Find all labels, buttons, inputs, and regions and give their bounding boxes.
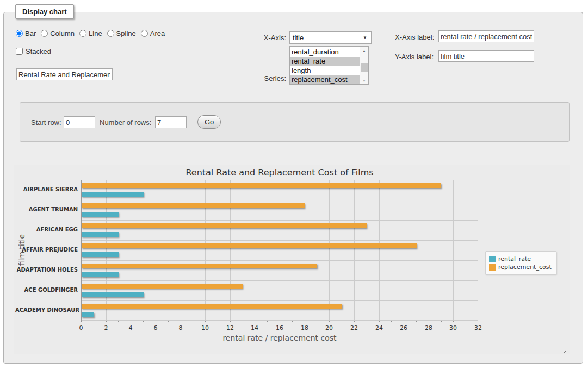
- x-tick-label-26: 26: [400, 324, 407, 331]
- bar-rental_rate-3[interactable]: [82, 252, 119, 257]
- x-axis-tick: [255, 321, 255, 322]
- scrollbar-up-arrow-icon[interactable]: ▲: [360, 47, 368, 54]
- x-axis-tick: [205, 321, 206, 322]
- legend-item-rental_rate[interactable]: rental_rate: [489, 255, 552, 262]
- chart-type-radio-column[interactable]: [41, 30, 48, 37]
- category-label-2: AFRICAN EGG: [15, 227, 78, 233]
- chart-type-radio-area[interactable]: [141, 30, 148, 37]
- chart-type-radio-bar[interactable]: [16, 30, 23, 37]
- bar-rental_rate-1[interactable]: [82, 212, 119, 217]
- bar-replacement_cost-1[interactable]: [82, 203, 305, 208]
- scrollbar-down-arrow-icon[interactable]: ▼: [360, 77, 368, 84]
- x-axis-selected-value: title: [293, 34, 304, 42]
- category-label-6: ACADEMY DINOSAUR: [15, 307, 78, 313]
- bar-replacement_cost-5[interactable]: [82, 284, 243, 289]
- chart-legend: rental_ratereplacement_cost: [485, 251, 556, 275]
- x-tick-label-24: 24: [375, 324, 383, 331]
- y-axis-label-input[interactable]: [438, 50, 534, 62]
- legend-swatch-rental_rate: [489, 256, 496, 262]
- resize-handle-icon[interactable]: [562, 346, 568, 353]
- gridline-v: [478, 180, 478, 321]
- bar-rental_rate-6[interactable]: [82, 312, 94, 317]
- x-tick-label-28: 28: [425, 324, 432, 331]
- x-axis-tick: [317, 321, 317, 322]
- chart-type-label: Area: [150, 29, 165, 37]
- bar-replacement_cost-2[interactable]: [82, 223, 367, 228]
- x-axis-tick: [94, 321, 94, 322]
- category-label-4: ADAPTATION HOLES: [15, 267, 78, 273]
- bar-replacement_cost-4[interactable]: [82, 264, 317, 268]
- x-axis-tick: [453, 321, 454, 322]
- bar-rental_rate-2[interactable]: [82, 232, 119, 237]
- chart-title-input[interactable]: [16, 68, 113, 80]
- chart-type-option-bar[interactable]: Bar: [16, 29, 36, 37]
- x-axis-tick: [441, 321, 442, 322]
- gridline-v: [205, 180, 206, 321]
- series-scrollbar[interactable]: ▲ ▼: [360, 47, 368, 84]
- x-tick-label-30: 30: [449, 324, 457, 331]
- x-tick-label-32: 32: [474, 324, 482, 331]
- chart-type-option-column[interactable]: Column: [41, 29, 75, 37]
- chart-type-radio-line[interactable]: [79, 30, 86, 37]
- x-tick-label-18: 18: [301, 324, 308, 331]
- chart-type-radio-spline[interactable]: [107, 30, 114, 37]
- stacked-checkbox[interactable]: [16, 48, 23, 55]
- plot-area: 02468101214161820222426283032: [81, 180, 478, 321]
- series-option-rental_rate[interactable]: rental_rate: [290, 57, 360, 66]
- bar-rental_rate-5[interactable]: [82, 292, 144, 297]
- bar-rental_rate-0[interactable]: [82, 192, 144, 197]
- gridline-v: [379, 180, 380, 321]
- series-options: rental_durationrental_ratelengthreplacem…: [290, 47, 360, 84]
- chart-type-label: Bar: [25, 29, 36, 37]
- x-tick-label-10: 10: [201, 324, 209, 331]
- number-of-rows-input[interactable]: [155, 116, 187, 128]
- x-tick-label-14: 14: [251, 324, 258, 331]
- gridline-v: [429, 180, 429, 321]
- gridline-v: [106, 180, 107, 321]
- chart-type-option-line[interactable]: Line: [79, 29, 102, 37]
- x-axis-tick: [342, 321, 342, 322]
- x-axis-tick: [329, 321, 330, 322]
- x-axis-select[interactable]: title ▼: [289, 31, 372, 44]
- scrollbar-thumb[interactable]: [361, 63, 368, 72]
- x-axis-tick: [305, 321, 305, 322]
- x-tick-label-2: 2: [104, 324, 108, 331]
- bar-replacement_cost-0[interactable]: [82, 183, 441, 188]
- x-axis-tick: [404, 321, 404, 322]
- legend-label: rental_rate: [498, 255, 531, 262]
- x-axis-tick: [193, 321, 193, 322]
- x-axis-title: rental rate / replacement cost: [81, 334, 478, 342]
- chart-title: Rental Rate and Replacement Cost of Film…: [81, 167, 478, 178]
- chart-type-option-spline[interactable]: Spline: [107, 29, 136, 37]
- category-label-5: ACE GOLDFINGER: [15, 287, 78, 293]
- x-axis-tick: [106, 321, 107, 322]
- bar-rental_rate-4[interactable]: [82, 272, 119, 277]
- x-axis-tick: [379, 321, 380, 322]
- start-row-label: Start row:: [31, 118, 61, 127]
- series-multiselect[interactable]: rental_durationrental_ratelengthreplacem…: [289, 46, 369, 85]
- stacked-checkbox-wrap[interactable]: Stacked: [16, 47, 51, 55]
- x-tick-label-4: 4: [129, 324, 133, 331]
- bar-replacement_cost-6[interactable]: [82, 304, 342, 309]
- x-axis-tick: [81, 321, 82, 322]
- category-label-0: AIRPLANE SIERRA: [15, 186, 78, 193]
- chart-type-option-area[interactable]: Area: [141, 29, 165, 37]
- x-axis-label-input[interactable]: [438, 30, 534, 42]
- series-option-length[interactable]: length: [290, 66, 360, 75]
- x-tick-label-20: 20: [325, 324, 333, 331]
- x-axis-tick: [156, 321, 156, 322]
- x-axis-tick: [280, 321, 280, 322]
- series-option-rental_duration[interactable]: rental_duration: [290, 47, 360, 57]
- category-label-3: AFFAIR PREJUDICE: [15, 247, 78, 253]
- x-axis-tick: [391, 321, 392, 322]
- go-button[interactable]: Go: [197, 115, 221, 129]
- legend-item-replacement_cost[interactable]: replacement_cost: [489, 264, 552, 271]
- start-row-input[interactable]: [64, 116, 95, 128]
- x-tick-label-0: 0: [79, 324, 83, 331]
- x-axis-tick: [466, 321, 466, 322]
- series-option-replacement_cost[interactable]: replacement_cost: [290, 75, 360, 84]
- bar-replacement_cost-3[interactable]: [82, 243, 417, 248]
- x-axis-tick: [181, 321, 181, 322]
- x-tick-label-16: 16: [276, 324, 283, 331]
- legend-swatch-replacement_cost: [489, 264, 496, 271]
